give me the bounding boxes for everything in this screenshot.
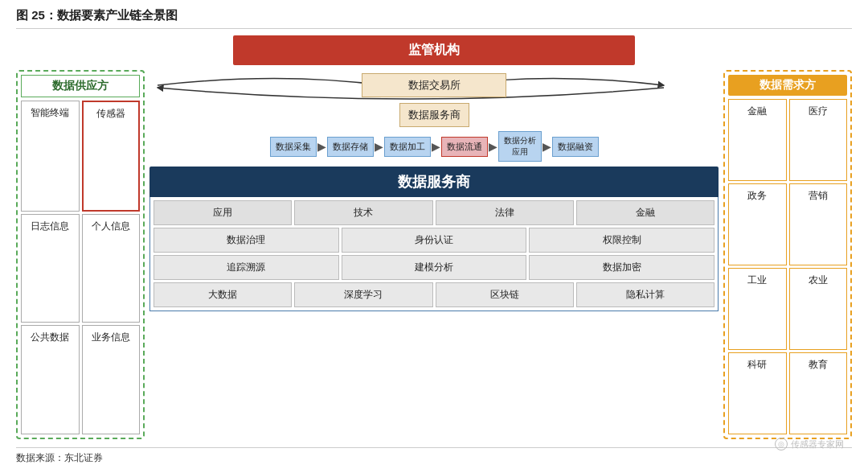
demand-side: 数据需求方 金融 医疗 政务 营销 工业 农业 科研 教育	[723, 70, 852, 439]
supply-side: 数据供应方 智能终端 传感器 日志信息 个人信息 公共数据 业务信息	[16, 70, 145, 439]
service-cell-1: 技术	[294, 200, 432, 225]
supply-cell-3: 个人信息	[82, 214, 141, 323]
supply-cell-2: 日志信息	[21, 214, 80, 323]
service-cell-3: 金融	[576, 200, 714, 225]
source-row: 数据来源：东北证券	[16, 447, 852, 465]
service-row-0: 数据治理 身份认证 权限控制	[154, 228, 714, 253]
service-row-cell-0-0: 数据治理	[154, 228, 339, 253]
exchange-box: 数据交易所	[362, 73, 506, 97]
demand-grid: 金融 医疗 政务 营销 工业 农业 科研 教育	[728, 99, 847, 434]
supply-grid: 智能终端 传感器 日志信息 个人信息 公共数据 业务信息	[21, 101, 140, 434]
watermark-icon: ◎	[775, 438, 788, 450]
pipeline-arrow-1: ▶	[375, 140, 383, 153]
service-row-2: 大数据 深度学习 区块链 隐私计算	[154, 282, 714, 307]
center-area: 数据交易所 数据服务商 数据采集 ▶ 数据存储 ▶ 数据加工 ▶ 数据流	[149, 70, 719, 439]
chart-title: 图 25：数据要素产业链全景图	[16, 8, 852, 29]
pipeline-arrow-4: ▶	[542, 140, 551, 153]
service-rows: 数据治理 身份认证 权限控制 追踪溯源 建模分析 数据加密 大数据	[154, 228, 714, 307]
regulator-row: 监管机构	[16, 35, 852, 65]
demand-cell-3: 营销	[789, 183, 848, 265]
service-cell-2: 法律	[436, 200, 574, 225]
pipeline-step-5: 数据融资	[552, 137, 599, 157]
pipeline-step-0: 数据采集	[270, 137, 317, 157]
service-row-cell-2-1: 深度学习	[294, 282, 432, 307]
service-row-cell-0-2: 权限控制	[529, 228, 714, 253]
watermark-text: 传感器专家网	[791, 438, 844, 450]
service-row-cell-1-2: 数据加密	[529, 255, 714, 280]
service-top-row: 应用 技术 法律 金融	[154, 200, 714, 225]
demand-cell-1: 医疗	[789, 99, 848, 181]
service-row-cell-2-2: 区块链	[436, 282, 574, 307]
pipeline-step-3: 数据流通	[441, 137, 488, 157]
service-row-cell-2-0: 大数据	[154, 282, 292, 307]
main-content: 监管机构 数据供应方 智能终端 传感器 日志信息 个人信息 公共数据 业务信息	[16, 35, 852, 465]
demand-cell-6: 科研	[728, 352, 787, 434]
regulator-box: 监管机构	[233, 35, 635, 65]
demand-cell-2: 政务	[728, 183, 787, 265]
service-row-cell-2-3: 隐私计算	[576, 282, 714, 307]
service-content: 应用 技术 法律 金融 数据治理 身份认证 权限控制	[149, 197, 719, 311]
pipeline-step-2: 数据加工	[384, 137, 431, 157]
supply-cell-4: 公共数据	[21, 325, 80, 434]
middle-section: 数据供应方 智能终端 传感器 日志信息 个人信息 公共数据 业务信息	[16, 70, 852, 439]
service-merchant-section: 数据服务商 应用 技术 法律 金融 数据治理 身份认证 权限控	[149, 167, 719, 311]
demand-cell-0: 金融	[728, 99, 787, 181]
supply-cell-1: 传感器	[82, 101, 141, 212]
pipeline-arrow-0: ▶	[317, 140, 326, 153]
service-merchant-small: 数据服务商	[399, 103, 469, 127]
supply-cell-0: 智能终端	[21, 101, 80, 212]
service-row-cell-1-1: 建模分析	[342, 255, 527, 280]
pipeline-step-4: 数据分析应用	[498, 131, 542, 162]
supply-title: 数据供应方	[21, 75, 140, 97]
service-merchant-big-title: 数据服务商	[149, 167, 719, 197]
demand-cell-5: 农业	[789, 268, 848, 350]
demand-cell-4: 工业	[728, 268, 787, 350]
pipeline-row: 数据采集 ▶ 数据存储 ▶ 数据加工 ▶ 数据流通 ▶ 数据分析应用 ▶ 数据融…	[270, 131, 599, 162]
service-row-1: 追踪溯源 建模分析 数据加密	[154, 255, 714, 280]
service-row-cell-0-1: 身份认证	[342, 228, 527, 253]
watermark: ◎ 传感器专家网	[775, 438, 844, 450]
demand-cell-7: 教育	[789, 352, 848, 434]
service-row-cell-1-0: 追踪溯源	[154, 255, 339, 280]
supply-cell-5: 业务信息	[82, 325, 141, 434]
pipeline-arrow-3: ▶	[489, 140, 497, 153]
service-cell-0: 应用	[154, 200, 292, 225]
pipeline-arrow-2: ▶	[432, 140, 440, 153]
pipeline-step-1: 数据存储	[327, 137, 374, 157]
demand-title: 数据需求方	[728, 75, 847, 96]
